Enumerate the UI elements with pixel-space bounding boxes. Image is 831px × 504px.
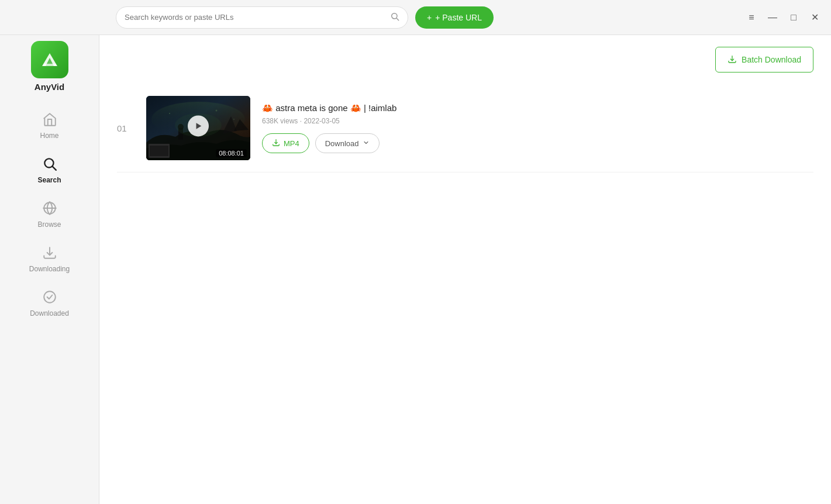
video-actions: MP4 Download xyxy=(262,133,813,153)
download-button[interactable]: Download xyxy=(315,133,380,153)
download-label: Download xyxy=(325,139,359,148)
video-list: 01 xyxy=(99,78,831,504)
video-title: 🦀 astra meta is gone 🦀 | !aimlab xyxy=(262,103,813,113)
downloading-icon xyxy=(42,245,57,263)
video-info: 🦀 astra meta is gone 🦀 | !aimlab 638K vi… xyxy=(262,103,813,153)
video-number: 01 xyxy=(117,123,135,133)
window-controls: ≡ — □ ✕ xyxy=(744,11,822,25)
video-views: 638K views xyxy=(262,117,298,125)
sidebar: AnyVid Home Search xyxy=(0,35,99,504)
app-logo-icon xyxy=(31,41,68,78)
sidebar-item-downloading[interactable]: Downloading xyxy=(0,237,99,281)
svg-line-4 xyxy=(52,167,56,170)
sidebar-item-search[interactable]: Search xyxy=(0,148,99,192)
search-nav-icon xyxy=(42,156,57,174)
sidebar-item-browse-label: Browse xyxy=(37,220,61,229)
downloaded-icon xyxy=(42,289,57,307)
mini-preview xyxy=(149,144,170,158)
search-bar xyxy=(116,6,408,29)
batch-download-label: Batch Download xyxy=(742,55,801,64)
search-input[interactable] xyxy=(125,13,385,22)
download-chevron-icon xyxy=(363,139,370,148)
svg-rect-19 xyxy=(150,146,168,156)
svg-point-8 xyxy=(44,291,56,303)
video-meta: 638K views · 2022-03-05 xyxy=(262,117,813,125)
paste-url-label: + Paste URL xyxy=(435,13,482,22)
paste-url-button[interactable]: + + Paste URL xyxy=(415,6,494,29)
maximize-button[interactable]: □ xyxy=(787,11,801,25)
video-thumbnail[interactable]: 08:08:01 xyxy=(146,96,250,160)
svg-point-16 xyxy=(216,110,218,112)
search-icon xyxy=(390,12,399,23)
titlebar: + + Paste URL ≡ — □ ✕ xyxy=(0,0,831,35)
sidebar-item-home-label: Home xyxy=(40,132,58,140)
svg-point-15 xyxy=(169,113,170,114)
mp4-button[interactable]: MP4 xyxy=(262,133,309,153)
batch-download-button[interactable]: Batch Download xyxy=(715,47,813,73)
titlebar-right: ≡ — □ ✕ xyxy=(744,11,822,25)
content-header: Batch Download xyxy=(99,35,831,78)
sidebar-item-downloaded-label: Downloaded xyxy=(30,309,69,317)
svg-rect-2 xyxy=(43,64,56,66)
minimize-button[interactable]: — xyxy=(766,11,780,25)
batch-download-icon xyxy=(727,54,737,65)
svg-point-17 xyxy=(233,119,235,120)
paste-url-plus-icon: + xyxy=(427,13,432,22)
mp4-label: MP4 xyxy=(284,139,299,148)
mp4-download-icon xyxy=(272,139,280,149)
svg-marker-20 xyxy=(196,123,202,129)
menu-button[interactable]: ≡ xyxy=(744,11,758,25)
svg-line-1 xyxy=(396,18,399,20)
sidebar-item-downloaded[interactable]: Downloaded xyxy=(0,281,99,326)
main-layout: AnyVid Home Search xyxy=(0,35,831,504)
app-name: AnyVid xyxy=(35,82,64,92)
sidebar-item-browse[interactable]: Browse xyxy=(0,192,99,237)
duration-badge: 08:08:01 xyxy=(216,149,247,157)
video-date: 2022-03-05 xyxy=(304,117,339,125)
table-row: 01 xyxy=(117,84,813,172)
sidebar-item-downloading-label: Downloading xyxy=(29,265,70,273)
home-icon xyxy=(42,112,57,129)
content-area: Batch Download 01 xyxy=(99,35,831,504)
sidebar-item-search-label: Search xyxy=(37,176,61,184)
close-button[interactable]: ✕ xyxy=(808,11,822,25)
browse-icon xyxy=(42,201,57,218)
sidebar-item-home[interactable]: Home xyxy=(0,103,99,148)
logo-area: AnyVid xyxy=(31,41,68,92)
play-button[interactable] xyxy=(188,115,209,136)
